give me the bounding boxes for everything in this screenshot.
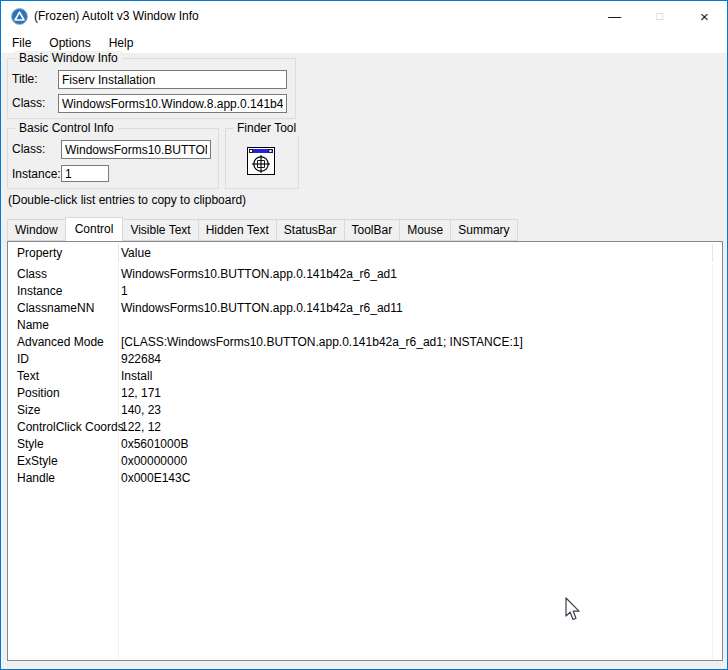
clipboard-hint-text: (Double-click list entries to copy to cl…: [8, 193, 246, 207]
table-row[interactable]: Style0x5601000B: [8, 436, 722, 453]
tab-control[interactable]: Control: [65, 217, 124, 241]
window-title-label: Title:: [12, 72, 38, 86]
header-separator[interactable]: [118, 244, 119, 262]
property-listview[interactable]: Property Value ClassWindowsForms10.BUTTO…: [7, 241, 723, 661]
row-value: 0x00000000: [121, 453, 187, 470]
window-class-label: Class:: [12, 96, 45, 110]
autoit-logo-icon: [11, 8, 28, 25]
row-property: Class: [17, 266, 47, 283]
row-value: [CLASS:WindowsForms10.BUTTON.app.0.141b4…: [121, 334, 523, 351]
titlebar[interactable]: (Frozen) AutoIt v3 Window Info — □ ×: [1, 1, 727, 32]
autoit-window-info-window: (Frozen) AutoIt v3 Window Info — □ × Fil…: [0, 0, 728, 670]
control-class-label: Class:: [12, 142, 45, 156]
control-instance-label: Instance:: [12, 167, 61, 181]
table-row[interactable]: Name: [8, 317, 722, 334]
basic-window-info-group: Basic Window Info Title: Class:: [7, 58, 296, 119]
listview-header: Property Value: [8, 242, 722, 264]
row-property: Advanced Mode: [17, 334, 104, 351]
table-row[interactable]: Advanced Mode[CLASS:WindowsForms10.BUTTO…: [8, 334, 722, 351]
row-property: ID: [17, 351, 29, 368]
row-value: 122, 12: [121, 419, 161, 436]
table-row[interactable]: Instance1: [8, 283, 722, 300]
row-value: 12, 171: [121, 385, 161, 402]
row-property: Name: [17, 317, 49, 334]
property-column-header[interactable]: Property: [17, 246, 62, 260]
window-title: (Frozen) AutoIt v3 Window Info: [34, 1, 199, 32]
header-separator[interactable]: [712, 244, 713, 262]
finder-tool-group: Finder Tool: [225, 128, 299, 189]
window-class-field[interactable]: [58, 94, 287, 113]
row-value: 922684: [121, 351, 161, 368]
tab-window[interactable]: Window: [7, 219, 66, 241]
row-value: Install: [121, 368, 152, 385]
table-row[interactable]: ExStyle0x00000000: [8, 453, 722, 470]
row-property: ClassnameNN: [17, 300, 94, 317]
row-property: Handle: [17, 470, 55, 487]
tab-strip: WindowControlVisible TextHidden TextStat…: [7, 217, 517, 242]
table-row[interactable]: ClassWindowsForms10.BUTTON.app.0.141b42a…: [8, 266, 722, 283]
maximize-button[interactable]: □: [637, 1, 682, 32]
table-row[interactable]: ControlClick Coords122, 12: [8, 419, 722, 436]
tab-toolbar[interactable]: ToolBar: [344, 219, 401, 241]
finder-crosshair-window-icon[interactable]: [245, 144, 277, 178]
row-value: WindowsForms10.BUTTON.app.0.141b42a_r6_a…: [121, 266, 397, 283]
control-instance-field[interactable]: [61, 165, 109, 182]
finder-tool-legend: Finder Tool: [233, 121, 300, 135]
row-property: Position: [17, 385, 60, 402]
row-property: Style: [17, 436, 44, 453]
row-property: ExStyle: [17, 453, 58, 470]
table-row[interactable]: ClassnameNNWindowsForms10.BUTTON.app.0.1…: [8, 300, 722, 317]
basic-control-info-group: Basic Control Info Class: Instance:: [7, 128, 219, 189]
listview-rows: ClassWindowsForms10.BUTTON.app.0.141b42a…: [8, 266, 722, 487]
row-value: 140, 23: [121, 402, 161, 419]
row-value: 0x5601000B: [121, 436, 188, 453]
menu-bar: FileOptionsHelp: [1, 32, 727, 53]
row-value: 0x000E143C: [121, 470, 190, 487]
control-class-field[interactable]: [61, 140, 211, 159]
menu-file[interactable]: File: [3, 32, 40, 53]
basic-window-info-legend: Basic Window Info: [15, 51, 122, 65]
tab-summary[interactable]: Summary: [450, 219, 517, 241]
close-button[interactable]: ×: [682, 1, 727, 32]
row-property: Instance: [17, 283, 62, 300]
tab-mouse[interactable]: Mouse: [399, 219, 451, 241]
table-row[interactable]: ID922684: [8, 351, 722, 368]
row-value: WindowsForms10.BUTTON.app.0.141b42a_r6_a…: [121, 300, 403, 317]
tab-visible-text[interactable]: Visible Text: [122, 219, 198, 241]
tab-hidden-text[interactable]: Hidden Text: [198, 219, 277, 241]
table-row[interactable]: Handle0x000E143C: [8, 470, 722, 487]
value-column-header[interactable]: Value: [121, 246, 151, 260]
row-property: Size: [17, 402, 40, 419]
row-property: ControlClick Coords: [17, 419, 124, 436]
table-row[interactable]: Position12, 171: [8, 385, 722, 402]
row-value: 1: [121, 283, 128, 300]
row-property: Text: [17, 368, 39, 385]
menu-options[interactable]: Options: [40, 32, 99, 53]
menu-help[interactable]: Help: [100, 32, 143, 53]
table-row[interactable]: Size140, 23: [8, 402, 722, 419]
tab-statusbar[interactable]: StatusBar: [276, 219, 345, 241]
minimize-button[interactable]: —: [592, 1, 637, 32]
table-row[interactable]: TextInstall: [8, 368, 722, 385]
window-title-field[interactable]: [58, 70, 287, 89]
arrow-pointer-cursor-icon: [562, 597, 581, 623]
basic-control-info-legend: Basic Control Info: [15, 121, 118, 135]
